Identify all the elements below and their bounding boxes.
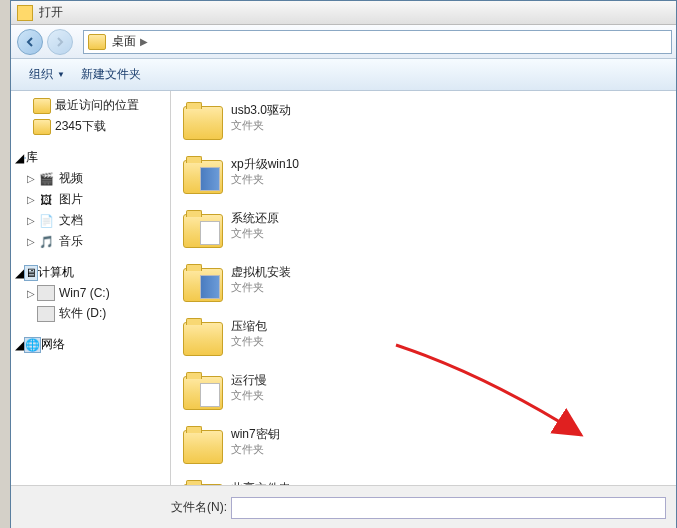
file-name: 共享文件夹: [231, 481, 291, 485]
drive-icon: [37, 306, 55, 322]
drive-icon: [37, 285, 55, 301]
tree-network[interactable]: ◢ 🌐 网络: [11, 334, 170, 355]
file-item-folder[interactable]: xp升级win10文件夹: [177, 151, 425, 205]
file-name: win7密钥: [231, 427, 280, 442]
tree-recent[interactable]: 最近访问的位置: [11, 95, 170, 116]
forward-button[interactable]: [47, 29, 73, 55]
music-icon: 🎵: [37, 234, 55, 250]
folder-icon: [183, 106, 223, 140]
tree-drive-c[interactable]: ▷ Win7 (C:): [11, 283, 170, 303]
file-name: 压缩包: [231, 319, 267, 334]
collapse-icon: ◢: [15, 151, 24, 165]
file-type: 文件夹: [231, 442, 280, 456]
folder-icon: [33, 119, 51, 135]
new-folder-button[interactable]: 新建文件夹: [73, 62, 149, 87]
chevron-right-icon: ▶: [140, 36, 148, 47]
folder-icon: [183, 160, 223, 194]
network-icon: 🌐: [24, 337, 41, 353]
file-type: 文件夹: [231, 118, 291, 132]
file-type: 文件夹: [231, 226, 279, 240]
file-item-folder[interactable]: usb3.0驱动文件夹: [177, 97, 425, 151]
chevron-down-icon: ▼: [57, 70, 65, 79]
folder-icon: [183, 268, 223, 302]
file-name: 运行慢: [231, 373, 267, 388]
file-item-folder[interactable]: 系统还原文件夹: [177, 205, 425, 259]
breadcrumb[interactable]: 桌面: [112, 33, 136, 50]
expand-icon: ▷: [25, 215, 37, 226]
file-name: usb3.0驱动: [231, 103, 291, 118]
file-item-folder[interactable]: 运行慢文件夹: [177, 367, 425, 421]
tree-drive-d[interactable]: 软件 (D:): [11, 303, 170, 324]
file-item-folder[interactable]: win7密钥文件夹: [177, 421, 425, 475]
back-button[interactable]: [17, 29, 43, 55]
file-name: 系统还原: [231, 211, 279, 226]
body: 最近访问的位置 2345下载 ◢ 库 ▷ 🎬 视频 ▷: [11, 91, 676, 485]
file-type: 文件夹: [231, 388, 267, 402]
folder-icon: [183, 214, 223, 248]
navigation-tree: 最近访问的位置 2345下载 ◢ 库 ▷ 🎬 视频 ▷: [11, 91, 171, 485]
tree-music[interactable]: ▷ 🎵 音乐: [11, 231, 170, 252]
open-dialog: 打开 桌面 ▶ 组织 ▼ 新建文件夹 最近访问的位置 234: [10, 0, 677, 528]
expand-icon: ▷: [25, 288, 37, 299]
organize-button[interactable]: 组织 ▼: [21, 62, 73, 87]
tree-video[interactable]: ▷ 🎬 视频: [11, 168, 170, 189]
collapse-icon: ◢: [15, 338, 24, 352]
filename-row: 文件名(N):: [11, 485, 676, 528]
file-item-folder[interactable]: 虚拟机安装文件夹: [177, 259, 425, 313]
expand-icon: ▷: [25, 173, 37, 184]
toolbar: 组织 ▼ 新建文件夹: [11, 59, 676, 91]
video-icon: 🎬: [37, 171, 55, 187]
tree-computer[interactable]: ◢ 🖥 计算机: [11, 262, 170, 283]
folder-icon: [183, 322, 223, 356]
collapse-icon: ◢: [15, 266, 24, 280]
address-bar[interactable]: 桌面 ▶: [83, 30, 672, 54]
file-type: 文件夹: [231, 172, 299, 186]
filename-input[interactable]: [231, 497, 666, 519]
window-title: 打开: [39, 4, 63, 21]
navbar: 桌面 ▶: [11, 25, 676, 59]
folder-icon: [183, 430, 223, 464]
computer-icon: 🖥: [24, 265, 38, 281]
tree-pictures[interactable]: ▷ 🖼 图片: [11, 189, 170, 210]
document-icon: 📄: [37, 213, 55, 229]
file-type: 文件夹: [231, 334, 267, 348]
tree-libraries[interactable]: ◢ 库: [11, 147, 170, 168]
recent-icon: [33, 98, 51, 114]
folder-icon: [183, 484, 223, 485]
folder-icon: [88, 34, 106, 50]
file-item-folder[interactable]: 共享文件夹文件夹: [177, 475, 425, 485]
tree-documents[interactable]: ▷ 📄 文档: [11, 210, 170, 231]
file-item-folder[interactable]: 压缩包文件夹: [177, 313, 425, 367]
file-type: 文件夹: [231, 280, 291, 294]
picture-icon: 🖼: [37, 192, 55, 208]
window-icon: [17, 5, 33, 21]
file-list: usb3.0驱动文件夹xp升级win10文件夹系统还原文件夹虚拟机安装文件夹压缩…: [171, 91, 676, 485]
filename-label: 文件名(N):: [171, 499, 227, 516]
tree-2345[interactable]: 2345下载: [11, 116, 170, 137]
expand-icon: ▷: [25, 236, 37, 247]
expand-icon: ▷: [25, 194, 37, 205]
file-name: 虚拟机安装: [231, 265, 291, 280]
titlebar: 打开: [11, 1, 676, 25]
file-name: xp升级win10: [231, 157, 299, 172]
folder-icon: [183, 376, 223, 410]
